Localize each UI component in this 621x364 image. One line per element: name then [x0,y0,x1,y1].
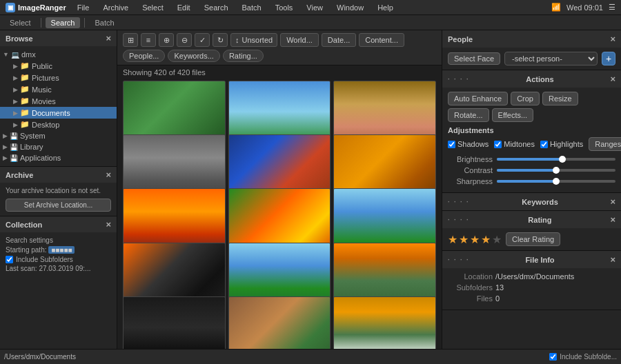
crop-btn[interactable]: Crop [511,92,540,105]
archive-close[interactable]: × [106,170,111,180]
arrow-documents: ▶ [13,110,18,117]
folder-icon-pictures: 📁 [20,73,30,82]
auto-enhance-btn[interactable]: Auto Enhance [448,92,508,105]
shadows-check-item: Shadows [448,140,489,148]
folder-icon-movies: 📁 [20,97,30,105]
star-1[interactable]: ★ [448,233,457,246]
date-filter-btn[interactable]: Date... [322,33,356,47]
fi-subfolders-label: Subfolders [448,283,493,292]
contrast-slider[interactable] [497,169,615,172]
rating-tag-btn[interactable]: Rating... [223,50,264,62]
fi-location-label: Location [448,272,493,281]
menu-batch[interactable]: Batch [239,3,264,12]
add-person-button[interactable]: + [602,52,615,65]
midtones-label: Midtones [504,140,535,148]
tree-item-documents[interactable]: ▶ 📁 Documents [0,107,117,119]
person-select-dropdown[interactable]: -select person- [504,52,598,65]
select-face-button[interactable]: Select Face [448,52,500,65]
tree-item-movies[interactable]: ▶ 📁 Movies [0,95,117,107]
folder-icon-music: 📁 [20,85,30,94]
archive-header: Archive × [0,167,117,183]
adjustments-title: Adjustments [448,126,615,134]
starting-path-value: ■■■■■ [48,246,75,254]
tree-item-system[interactable]: ▶ 💾 System [0,130,117,141]
tree-item-applications[interactable]: ▶ 💾 Applications [0,152,117,163]
content-filter-btn[interactable]: Content... [359,33,404,47]
brightness-fill [497,158,562,161]
last-scan-label: Last scan: [6,265,37,272]
last-scan-value: 27.03.2019 09:... [39,265,90,272]
menu-window[interactable]: Window [334,3,366,12]
menu-file[interactable]: File [75,3,92,12]
browse-close[interactable]: × [106,33,111,43]
actions-close[interactable]: × [610,74,615,84]
star-5[interactable]: ★ [492,233,502,246]
people-title: People [448,35,473,43]
toolbar: Select Search Batch [0,15,621,30]
rotate-btn[interactable]: Rotate... [448,108,489,122]
sort-dropdown[interactable]: ↕ Unsorted [230,33,277,47]
tree-item-public[interactable]: ▶ 📁 Public [0,60,117,72]
people-close[interactable]: × [610,34,615,44]
star-3[interactable]: ★ [470,233,480,246]
tree-item-music[interactable]: ▶ 📁 Music [0,83,117,95]
photo-thumb-14[interactable] [228,296,331,349]
keywords-close[interactable]: × [610,196,615,207]
star-2[interactable]: ★ [459,233,469,246]
last-scan-row: Last scan: 27.03.2019 09:... [6,265,111,272]
starting-path-label: Starting path: [6,246,46,254]
star-4[interactable]: ★ [481,233,491,246]
resize-btn[interactable]: Resize [542,92,578,105]
list-view-btn[interactable]: ≡ [141,33,156,47]
highlights-label: Highlights [550,140,583,148]
menu-edit[interactable]: Edit [175,3,193,12]
people-tag-btn[interactable]: People... [123,50,165,62]
tab-search[interactable]: Search [46,17,81,28]
check-btn[interactable]: ✓ [195,33,210,47]
tree-item-desktop[interactable]: ▶ 📁 Desktop [0,119,117,130]
tree-label-applications: Applications [20,154,61,162]
keywords-tag-btn[interactable]: Keywords... [168,50,219,62]
right-panel: People × Select Face -select person- + ·… [442,30,621,349]
menu-view[interactable]: View [304,3,326,12]
tree-item-dmx[interactable]: ▼ 💻 dmx [0,49,117,60]
tree-item-pictures[interactable]: ▶ 📁 Pictures [0,72,117,83]
midtones-checkbox[interactable] [494,141,502,148]
clear-rating-button[interactable]: Clear Rating [506,232,560,246]
collection-close[interactable]: × [106,219,111,230]
tree-item-library[interactable]: ▶ 💾 Library [0,141,117,152]
photo-thumb-15[interactable] [333,296,436,349]
shadows-checkbox[interactable] [448,141,455,148]
ranges-btn[interactable]: Ranges [589,137,621,151]
browse-header: Browse × [0,30,117,46]
menu-archive[interactable]: Archive [100,3,131,12]
brightness-slider[interactable] [497,158,615,161]
set-archive-button[interactable]: Set Archive Location... [6,199,111,212]
keywords-section: · · · · Keywords × [442,193,621,211]
photo-thumb-13[interactable] [123,296,226,349]
zoom-in-btn[interactable]: ⊕ [159,33,174,47]
effects-btn[interactable]: Effects... [492,108,534,122]
menu-search[interactable]: Search [201,3,231,12]
tab-batch[interactable]: Batch [89,17,119,28]
file-info-close[interactable]: × [610,254,615,265]
arrow-movies: ▶ [13,98,18,105]
refresh-btn[interactable]: ↻ [213,33,228,47]
menu-help[interactable]: Help [375,3,396,12]
tab-select[interactable]: Select [4,17,37,28]
zoom-out-btn[interactable]: ⊖ [177,33,192,47]
brightness-row: Brightness [448,155,615,163]
sharpness-slider[interactable] [497,180,615,183]
menu-tools[interactable]: Tools [273,3,296,12]
include-subfolders-check[interactable] [6,256,13,263]
world-filter-btn[interactable]: World... [280,33,319,47]
archive-section: Archive × Your archive location is not s… [0,167,117,216]
grid-view-btn[interactable]: ⊞ [123,33,138,47]
highlights-checkbox[interactable] [540,141,548,148]
rating-close[interactable]: × [610,214,615,225]
app-logo: ▣ ImageRanger [6,3,66,12]
sharpness-thumb [553,178,560,185]
tree-label-library: Library [20,143,43,151]
menu-select[interactable]: Select [139,3,166,12]
bottom-include-checkbox[interactable] [549,353,557,361]
